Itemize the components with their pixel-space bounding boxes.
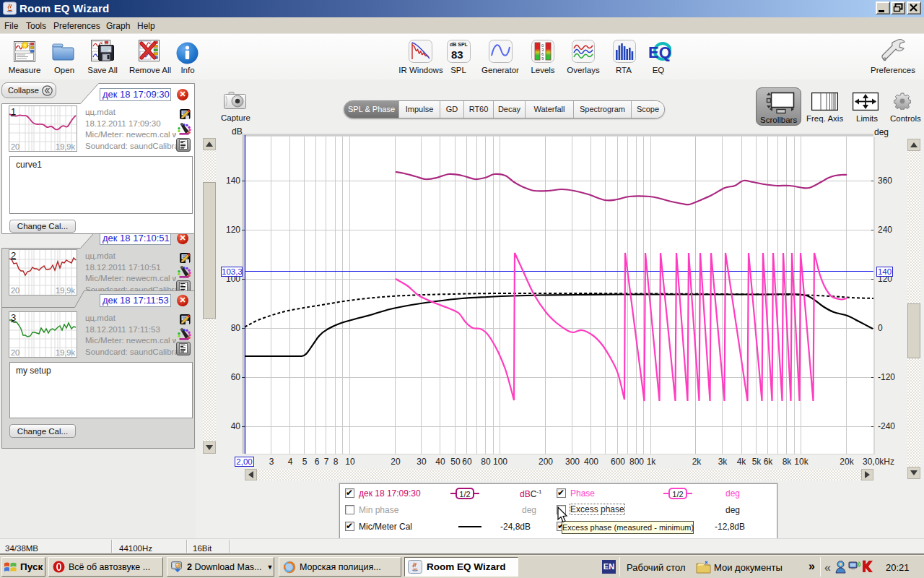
svg-text:83: 83 (451, 48, 463, 61)
svg-text:dB SPL: dB SPL (450, 42, 468, 47)
svg-text:EQ: EQ (648, 43, 671, 61)
